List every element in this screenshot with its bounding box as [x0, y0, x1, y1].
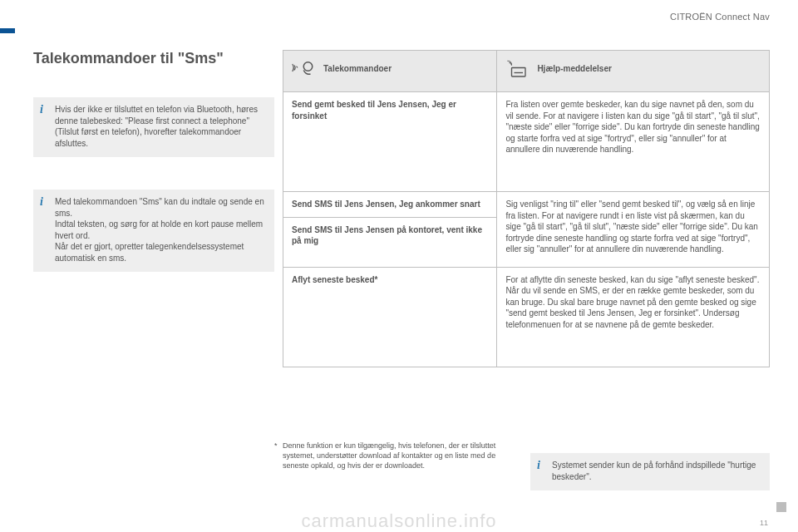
watermark: carmanualsonline.info	[0, 510, 798, 532]
footnote: * Denne funktion er kun tilgængelig, hvi…	[283, 441, 499, 470]
svg-rect-1	[512, 68, 526, 77]
page-title: Talekommandoer til "Sms"	[33, 50, 274, 67]
table-header-row: Talekommandoer	[283, 51, 770, 92]
info-box-bluetooth: i Hvis der ikke er tilsluttet en telefon…	[33, 97, 274, 157]
header-help: Hjælp-meddelelser	[497, 51, 770, 92]
command-cell: Aflyt seneste besked*	[283, 267, 497, 367]
table-row: Send SMS til Jens Jensen, Jeg ankommer s…	[283, 192, 770, 218]
info-icon: i	[40, 102, 43, 118]
page-number: 11	[760, 519, 768, 527]
help-device-icon	[505, 57, 530, 81]
footnote-marker: *	[274, 441, 278, 451]
footnote-text: Denne funktion er kun tilgængelig, hvis …	[283, 441, 495, 470]
header-label: Talekommandoer	[323, 63, 392, 75]
info-box-sms-usage: i Med talekommandoen "Sms" kan du indtal…	[33, 190, 274, 272]
brand-label: CITROËN Connect Nav	[670, 12, 770, 22]
info-text: Med talekommandoen "Sms" kan du indtale …	[55, 197, 264, 263]
voice-icon	[292, 57, 317, 81]
command-cell: Send gemt besked til Jens Jensen, Jeg er…	[283, 92, 497, 192]
header-commands: Talekommandoer	[283, 51, 497, 92]
help-cell: Fra listen over gemte beskeder, kan du s…	[497, 92, 770, 192]
table-row: Send gemt besked til Jens Jensen, Jeg er…	[283, 92, 770, 192]
info-box-preset-messages: i Systemet sender kun de på forhånd inds…	[530, 453, 770, 490]
info-icon: i	[537, 458, 540, 474]
table-row: Aflyt seneste besked* For at aflytte din…	[283, 267, 770, 367]
help-cell: Sig venligst "ring til" eller "send gemt…	[497, 192, 770, 268]
info-text: Systemet sender kun de på forhånd indspi…	[552, 461, 756, 481]
info-icon: i	[40, 195, 43, 210]
command-cell: Send SMS til Jens Jensen på kontoret, ve…	[283, 217, 497, 267]
info-text: Hvis der ikke er tilsluttet en telefon v…	[55, 105, 258, 148]
voice-commands-table: Talekommandoer	[283, 50, 770, 367]
svg-point-0	[303, 62, 313, 71]
manual-page: CITROËN Connect Nav Talekommandoer til "…	[0, 0, 798, 532]
accent-bar	[0, 28, 15, 33]
page-corner-marker	[776, 502, 786, 512]
help-cell: For at aflytte din seneste besked, kan d…	[497, 267, 770, 367]
header-label: Hjælp-meddelelser	[537, 63, 611, 75]
command-cell: Send SMS til Jens Jensen, Jeg ankommer s…	[283, 192, 497, 218]
